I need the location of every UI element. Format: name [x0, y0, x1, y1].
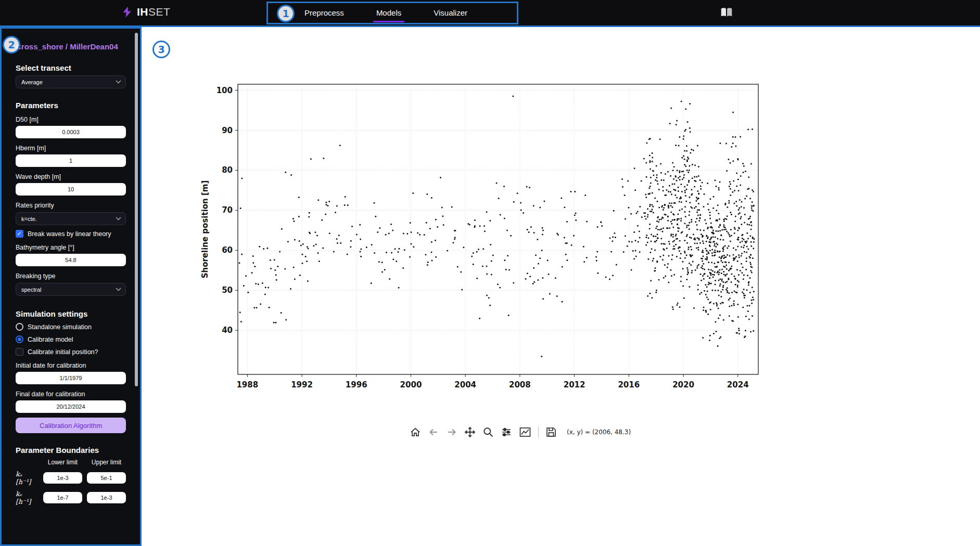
ihset-logo: IHSET	[121, 6, 170, 18]
calibration-algorithm-button[interactable]: Calibration Algorithm	[16, 418, 126, 433]
sidebar-scrollbar[interactable]	[135, 33, 138, 386]
tab-visualizer[interactable]: Visualizer	[434, 8, 467, 17]
d50-label: D50 [m]	[16, 116, 126, 123]
pan-icon[interactable]	[464, 426, 476, 438]
break-waves-checkbox[interactable]	[16, 230, 23, 238]
logo-text: IHSET	[137, 6, 170, 18]
calibrate-model-radio-row[interactable]: Calibrate model	[16, 335, 126, 343]
hberm-label: Hberm [m]	[16, 145, 126, 152]
chevron-down-icon	[116, 217, 121, 220]
parameter-boundaries-heading: Parameter Boundaries	[16, 446, 126, 454]
figure-container: 1988199219962000200420082012201620202024…	[199, 79, 766, 406]
bathymetry-angle-input[interactable]	[16, 254, 126, 266]
initial-date-input[interactable]	[16, 372, 126, 384]
calibrate-model-radio[interactable]	[16, 335, 23, 343]
simulation-settings-heading: Simulation settings	[16, 309, 126, 318]
calibrate-initial-checkbox-row[interactable]: Calibrate initial position?	[16, 348, 126, 356]
svg-text:2024: 2024	[727, 380, 749, 389]
boundary-row-ka: kₐ [h⁻¹]	[16, 470, 126, 486]
transect-select[interactable]: Average	[16, 75, 126, 88]
svg-text:50: 50	[222, 285, 233, 295]
svg-text:2020: 2020	[672, 380, 694, 389]
model-breadcrumb: Cross_shore / MillerDean04	[16, 42, 126, 51]
rates-priority-select[interactable]: k=cte.	[16, 212, 126, 225]
chevron-down-icon	[116, 288, 121, 291]
main-content: 1988199219962000200420082012201620202024…	[142, 27, 980, 546]
ke-upper-input[interactable]	[87, 492, 126, 503]
sliders-icon[interactable]	[501, 426, 512, 438]
breaking-type-select[interactable]: spectral	[16, 283, 126, 296]
logo-prefix: IH	[137, 6, 148, 18]
wave-depth-label: Wave depth [m]	[16, 173, 126, 180]
svg-text:2016: 2016	[618, 380, 640, 389]
svg-text:1996: 1996	[346, 380, 367, 389]
svg-text:90: 90	[222, 126, 233, 135]
top-bar: IHSET Preprocess Models Visualizer	[0, 0, 980, 27]
tab-models[interactable]: Models	[376, 8, 401, 17]
rates-priority-value: k=cte.	[21, 216, 37, 222]
wave-depth-input[interactable]	[16, 183, 126, 196]
svg-text:2004: 2004	[454, 380, 476, 389]
boundary-row-ke: kₑ [h⁻¹]	[16, 490, 126, 505]
chevron-down-icon	[116, 80, 121, 84]
plot-toolbar: (x, y) = (2006, 48.3)	[410, 426, 631, 438]
calibrate-model-label: Calibrate model	[28, 336, 73, 343]
svg-text:Shoreline position [m]: Shoreline position [m]	[200, 180, 210, 279]
breaking-type-label: Breaking type	[16, 272, 126, 280]
main-nav: Preprocess Models Visualizer	[304, 0, 467, 25]
logo-suffix: SET	[148, 6, 170, 18]
select-transect-heading: Select transect	[16, 63, 126, 72]
documentation-book-icon[interactable]	[720, 6, 733, 21]
standalone-radio[interactable]	[16, 323, 23, 331]
calibrate-initial-label: Calibrate initial position?	[28, 348, 98, 356]
zoom-icon[interactable]	[482, 426, 494, 438]
final-date-label: Final date for calibration	[16, 391, 126, 398]
transect-select-value: Average	[21, 79, 43, 85]
svg-text:40: 40	[222, 326, 233, 335]
ke-label: kₑ [h⁻¹]	[16, 490, 39, 505]
svg-text:2008: 2008	[509, 380, 531, 389]
svg-text:2012: 2012	[564, 380, 586, 389]
toolbar-divider	[538, 426, 539, 438]
svg-text:2000: 2000	[400, 380, 422, 389]
rates-priority-label: Rates priority	[16, 202, 126, 209]
axes-editor-icon[interactable]	[519, 426, 531, 438]
break-waves-label: Break waves by linear theory	[28, 230, 111, 238]
standalone-radio-row[interactable]: Standalone simulation	[16, 323, 126, 331]
breaking-type-value: spectral	[21, 287, 42, 293]
svg-text:70: 70	[222, 205, 233, 215]
ka-upper-input[interactable]	[87, 472, 126, 484]
home-icon[interactable]	[410, 426, 421, 438]
cursor-coordinates: (x, y) = (2006, 48.3)	[567, 428, 631, 436]
bathymetry-angle-label: Bathymetry angle [°]	[16, 244, 126, 251]
standalone-label: Standalone simulation	[28, 323, 92, 331]
ke-lower-input[interactable]	[43, 492, 82, 503]
boundaries-header-row: Lower limit Upper limit	[16, 459, 126, 466]
shoreline-scatter-plot[interactable]: 1988199219962000200420082012201620202024…	[199, 79, 766, 404]
ihset-logo-icon	[121, 6, 133, 18]
back-arrow-icon[interactable]	[428, 426, 439, 438]
initial-date-label: Initial date for calibration	[16, 362, 126, 369]
svg-text:1988: 1988	[236, 380, 258, 389]
forward-arrow-icon[interactable]	[446, 426, 457, 438]
sidebar: Cross_shore / MillerDean04 Select transe…	[0, 27, 142, 546]
svg-text:60: 60	[222, 245, 233, 255]
svg-text:1992: 1992	[291, 380, 313, 389]
lower-limit-header: Lower limit	[43, 459, 82, 466]
ka-label: kₐ [h⁻¹]	[16, 470, 39, 486]
break-waves-checkbox-row[interactable]: Break waves by linear theory	[16, 230, 126, 238]
d50-input[interactable]	[16, 126, 126, 138]
upper-limit-header: Upper limit	[87, 459, 126, 466]
ka-lower-input[interactable]	[43, 472, 82, 484]
svg-text:100: 100	[217, 86, 233, 95]
tab-preprocess[interactable]: Preprocess	[304, 8, 344, 17]
save-icon[interactable]	[545, 426, 557, 438]
svg-text:80: 80	[222, 165, 233, 175]
calibrate-initial-checkbox[interactable]	[16, 348, 23, 356]
parameters-heading: Parameters	[16, 101, 126, 110]
hberm-input[interactable]	[16, 154, 126, 167]
final-date-input[interactable]	[16, 400, 126, 413]
